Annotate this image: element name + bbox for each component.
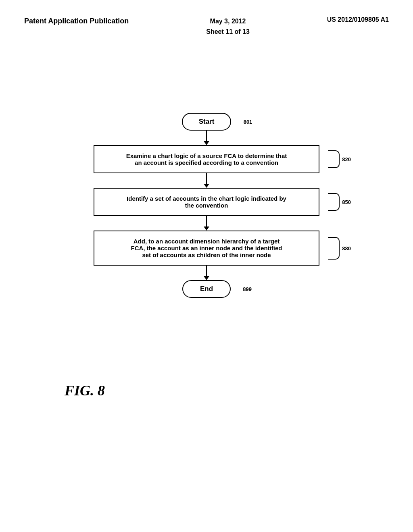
start-num-label: 801 — [244, 119, 252, 125]
process-box-3: Add, to an account dimension hierarchy o… — [94, 231, 319, 266]
end-label: End — [200, 285, 213, 293]
start-label: Start — [199, 118, 215, 125]
process-box-2: Identify a set of accounts in the chart … — [94, 188, 319, 216]
box1-text: Examine a chart logic of a source FCA to… — [126, 152, 287, 166]
end-num-label: 899 — [243, 286, 252, 292]
start-node: Start — [182, 113, 232, 131]
arrow-2 — [204, 173, 209, 188]
box3-num: 880 — [342, 245, 351, 251]
header-publication-label: Patent Application Publication — [24, 16, 129, 26]
header-date-sheet: May 3, 2012 Sheet 11 of 13 — [206, 16, 250, 37]
header-patent-number: US 2012/0109805 A1 — [327, 16, 389, 23]
box2-num: 850 — [342, 199, 351, 205]
box1-num: 820 — [342, 156, 351, 162]
arrow-3 — [204, 216, 209, 231]
box2-container: Identify a set of accounts in the chart … — [94, 188, 319, 216]
header-sheet: Sheet 11 of 13 — [206, 28, 250, 35]
flowchart-diagram: Start 801 Examine a chart logic of a sou… — [94, 113, 319, 298]
header-date: May 3, 2012 — [210, 18, 246, 25]
box3-container: Add, to an account dimension hierarchy o… — [94, 231, 319, 266]
process-box-1: Examine a chart logic of a source FCA to… — [94, 145, 319, 173]
arrow-4 — [204, 266, 209, 280]
end-node: End — [182, 280, 231, 298]
figure-caption: FIG. 8 — [65, 382, 105, 399]
page-header: Patent Application Publication May 3, 20… — [0, 0, 413, 37]
box2-text: Identify a set of accounts in the chart … — [127, 195, 286, 209]
arrow-1 — [204, 131, 209, 145]
box3-text: Add, to an account dimension hierarchy o… — [131, 238, 282, 258]
box1-container: Examine a chart logic of a source FCA to… — [94, 145, 319, 173]
